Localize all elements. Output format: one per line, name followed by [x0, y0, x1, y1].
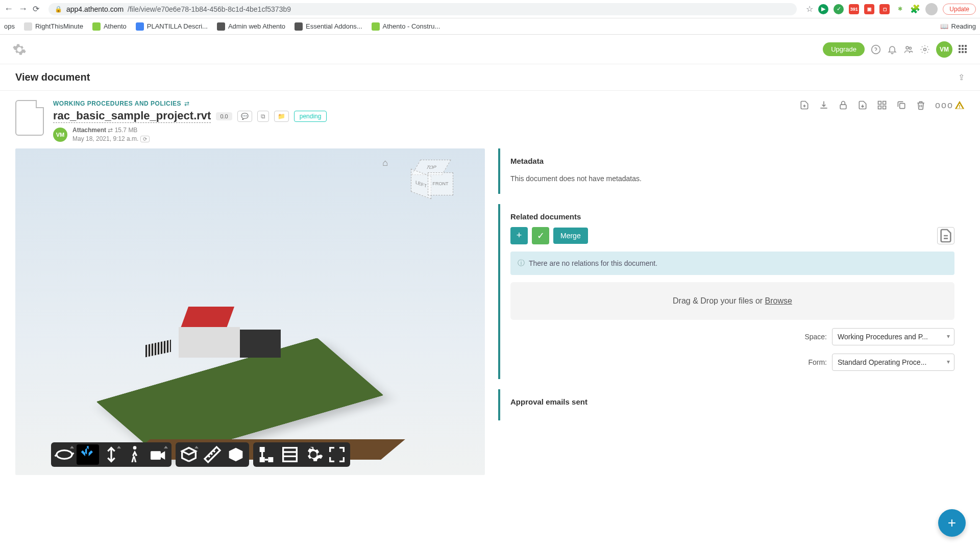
3d-model — [107, 281, 378, 455]
user-avatar[interactable]: VM — [936, 41, 952, 58]
reload-icon[interactable]: ⟳ — [33, 4, 39, 14]
ext-icon-5[interactable]: ✱ — [895, 4, 905, 14]
3d-viewer[interactable]: ⌂ TOP LEFT FRONT — [15, 148, 485, 475]
explode-icon[interactable] — [225, 444, 247, 465]
breadcrumb[interactable]: WORKING PROCEDURES AND POLICIES — [53, 100, 181, 107]
chrome-toolbar-icons: ☆ ▶ ✓ 391 ▣ ◻ ✱ 🧩 Update — [806, 3, 976, 15]
svg-rect-12 — [151, 451, 161, 460]
bookmark-athento[interactable]: Athento — [92, 22, 127, 31]
bookmark-plantilla[interactable]: PLANTILLA Descri... — [136, 22, 208, 31]
nav-forward-icon[interactable]: → — [18, 4, 28, 14]
profile-avatar-icon[interactable] — [925, 3, 938, 15]
reading-list-button[interactable]: 📖Reading — [940, 22, 976, 30]
favicon-icon — [92, 22, 101, 31]
bookmark-ops[interactable]: ops — [4, 22, 15, 30]
svg-rect-9 — [900, 104, 905, 109]
star-icon[interactable]: ☆ — [806, 4, 813, 14]
url-host: app4.athento.com — [66, 5, 124, 13]
svg-rect-4 — [840, 105, 846, 109]
url-bar[interactable]: 🔒 app4.athento.com/file/view/e70e6e78-1b… — [48, 3, 797, 15]
swap-icon[interactable]: ⇄ — [184, 100, 189, 107]
orbit-icon[interactable] — [53, 444, 76, 465]
metadata-title: Metadata — [510, 157, 954, 165]
nav-back-icon[interactable]: ← — [4, 4, 13, 14]
model-browser-icon[interactable] — [255, 444, 278, 465]
folder-icon[interactable]: 📁 — [274, 111, 289, 122]
home-icon[interactable]: ⌂ — [382, 158, 388, 168]
bookmark-rightthisminute[interactable]: RightThisMinute — [24, 22, 83, 31]
viewcube[interactable]: TOP LEFT FRONT — [408, 160, 454, 206]
confirm-relation-button[interactable]: ✓ — [532, 227, 549, 244]
right-panel: Metadata This document does not have met… — [498, 148, 965, 475]
more-icon[interactable]: ooo — [935, 100, 945, 110]
app-logo-gear-icon[interactable] — [12, 42, 27, 57]
comment-icon[interactable]: 💬 — [237, 111, 252, 122]
approval-panel: Approval emails sent — [498, 389, 965, 420]
svg-point-3 — [924, 48, 926, 51]
browser-chrome: ← → ⟳ 🔒 app4.athento.com/file/view/e70e6… — [0, 0, 980, 18]
extensions-icon[interactable]: 🧩 — [910, 4, 920, 14]
duplicate-icon[interactable] — [896, 100, 906, 110]
add-relation-button[interactable]: + — [510, 227, 528, 244]
author-avatar: VM — [53, 128, 67, 142]
trash-icon[interactable] — [916, 100, 926, 110]
svg-point-2 — [909, 47, 911, 49]
metadata-empty-text: This document does not have metadatas. — [510, 171, 954, 186]
bookmark-admin-web[interactable]: Admin web Athento — [217, 22, 285, 31]
share-icon[interactable]: ⇪ — [958, 72, 965, 82]
chrome-update-button[interactable]: Update — [943, 4, 976, 15]
favicon-icon — [136, 22, 144, 31]
ext-icon-4[interactable]: ◻ — [879, 4, 890, 14]
zoom-icon[interactable] — [100, 444, 122, 465]
svg-rect-5 — [878, 102, 881, 105]
svg-rect-16 — [283, 447, 297, 461]
form-select[interactable]: Standard Operating Proce... — [832, 354, 954, 371]
viewcube-front[interactable]: FRONT — [428, 172, 453, 195]
section-icon[interactable] — [178, 444, 200, 465]
pan-icon[interactable] — [77, 444, 99, 465]
users-icon[interactable] — [903, 44, 914, 55]
favicon-icon — [295, 22, 303, 31]
author-meta: Attachment ⇄ 15.7 MB May 18, 2021, 9:12 … — [72, 126, 150, 143]
export-file-icon[interactable] — [857, 100, 868, 110]
bell-icon[interactable] — [887, 44, 897, 55]
help-icon[interactable] — [871, 44, 881, 55]
ext-icon-3[interactable]: ▣ — [864, 4, 874, 14]
ext-icon-2[interactable]: ✓ — [834, 4, 844, 14]
viewer-toolbar — [51, 442, 350, 467]
space-select[interactable]: Working Procedures and P... — [832, 328, 954, 345]
upgrade-button[interactable]: Upgrade — [823, 42, 865, 56]
document-header: WORKING PROCEDURES AND POLICIES ⇄ rac_ba… — [0, 91, 980, 148]
info-icon: ⓘ — [518, 259, 525, 268]
document-title[interactable]: rac_basic_sample_project.rvt — [53, 109, 211, 123]
settings-icon[interactable] — [920, 44, 930, 55]
merge-button[interactable]: Merge — [553, 228, 588, 244]
download-icon[interactable] — [819, 100, 829, 110]
apps-grid-icon[interactable] — [959, 45, 968, 54]
bookmarks-bar: ops RightThisMinute Athento PLANTILLA De… — [0, 18, 980, 35]
page-title: View document — [15, 71, 90, 83]
document-list-icon[interactable] — [937, 227, 954, 244]
lock-icon[interactable] — [838, 100, 848, 110]
copy-icon[interactable]: ⧉ — [257, 111, 269, 122]
ext-icon-1[interactable]: ▶ — [818, 4, 828, 14]
new-file-icon[interactable] — [799, 100, 810, 110]
fullscreen-icon[interactable] — [326, 444, 348, 465]
svg-rect-14 — [260, 457, 265, 462]
camera-icon[interactable] — [147, 444, 169, 465]
bookmark-athento-constru[interactable]: Athento - Constru... — [372, 22, 440, 31]
browse-link[interactable]: Browse — [765, 296, 792, 305]
viewer-settings-icon[interactable] — [302, 444, 325, 465]
properties-icon[interactable] — [279, 444, 301, 465]
svg-rect-7 — [878, 106, 881, 109]
dropzone[interactable]: Drag & Drop your files or Browse — [510, 282, 954, 320]
measure-icon[interactable] — [201, 444, 224, 465]
walk-icon[interactable] — [124, 444, 146, 465]
warning-icon[interactable] — [954, 100, 965, 110]
ext-badge-391[interactable]: 391 — [849, 4, 859, 14]
bookmark-essential[interactable]: Essential Addons... — [295, 22, 362, 31]
fab-add-button[interactable]: + — [938, 509, 966, 537]
grid-icon[interactable] — [877, 100, 887, 110]
svg-rect-6 — [883, 102, 886, 105]
document-type-icon — [15, 100, 44, 136]
